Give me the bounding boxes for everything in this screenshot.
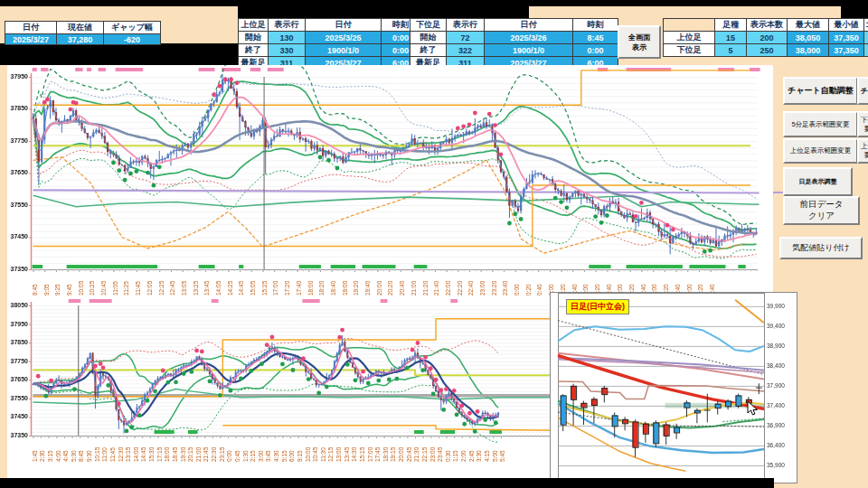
chart-daily-canvas (550, 292, 797, 483)
upper-timeframe-table: 上位足 表示行 日付 時刻 開始 130 2025/3/25 0:00 終了 3… (238, 18, 420, 70)
bar-count-header: 表示本数 (747, 19, 788, 32)
lower-timeframe-table: 下位足 表示行 日付 時刻 開始 72 2025/3/26 8:45 終了 32… (410, 18, 618, 70)
cell-value: 72 (447, 32, 485, 44)
cell-value: 38,050 (788, 32, 829, 44)
cell-value: 37,350 (829, 44, 864, 57)
mid-black-strip (238, 6, 529, 18)
cell-value: 1900/1/0 (485, 44, 573, 57)
cell-value: 330 (269, 44, 306, 57)
chart-auto-adjust-button-partial[interactable]: チャー (857, 77, 868, 105)
quote-summary-table: 日付 現在値 ギャップ幅 2025/3/27 37,280 -620 (5, 21, 161, 45)
date-col-header: 日付 (485, 19, 573, 32)
cell-value: 0:00 (573, 44, 618, 57)
date-header: 日付 (5, 22, 57, 34)
clear-previous-data-button[interactable]: 前日データ クリア (783, 196, 860, 225)
upper-tf-corner: 上位足 (239, 19, 269, 32)
cell-value: 250 (747, 44, 788, 57)
chart-settings-table: 足種 表示本数 最大値 最小値 コマ数 上位足 15 200 38,050 37… (663, 18, 868, 57)
empty-corner (664, 19, 715, 32)
paste-quote-button[interactable]: 気配値貼り付け (779, 237, 863, 259)
daily-display-adjust-button[interactable]: 日足表示調整 (783, 167, 853, 196)
chart-15min-canvas (7, 298, 556, 479)
bar-type-header: 足種 (715, 19, 747, 32)
row-label: 上位足 (664, 32, 715, 44)
min-header: 最小値 (829, 19, 864, 32)
cell-value: 1 (864, 32, 868, 44)
range-change-upper-button[interactable]: 上位足表示範囲変更 (783, 138, 858, 164)
current-price-value: 37,280 (57, 34, 104, 45)
cell-value: 130 (269, 32, 306, 44)
top-black-strip (0, 0, 868, 6)
cell-value: 2025/3/26 (485, 32, 573, 44)
max-header: 最大値 (788, 19, 829, 32)
row-label: 下位足 (664, 44, 715, 57)
cell-value: 200 (747, 32, 788, 44)
date-col-header: 日付 (306, 19, 382, 32)
mouse-cursor (747, 400, 761, 417)
row-label: 終了 (239, 44, 269, 57)
bottom-black-strip (0, 478, 774, 488)
topright-black-corner (841, 0, 868, 20)
range-change-5min-button-partial[interactable]: 下位 要 (857, 111, 868, 137)
chart-5min-canvas (7, 65, 773, 298)
date-value: 2025/3/27 (5, 34, 57, 45)
cell-value: 15 (715, 32, 747, 44)
gap-width-value: -620 (104, 34, 161, 45)
row-label: 終了 (410, 44, 447, 57)
range-change-5min-button[interactable]: 5分足表示範囲変更 (783, 111, 858, 137)
cell-value: 1900/1/0 (306, 44, 382, 57)
time-col-header: 時刻 (573, 19, 618, 32)
row-label: 開始 (239, 32, 269, 44)
chart-auto-adjust-button[interactable]: チャート自動調整 (783, 77, 858, 105)
trading-app-window: { "header": { "left_table": { "headers":… (0, 0, 868, 488)
lower-tf-corner: 下位足 (410, 19, 447, 32)
cell-value: 5 (715, 44, 747, 57)
current-price-header: 現在値 (57, 22, 104, 34)
fullscreen-button[interactable]: 全画面 表示 (618, 25, 661, 59)
cell-value: 2025/3/25 (306, 32, 382, 44)
row-label: 開始 (410, 32, 447, 44)
cell-value: 8:45 (573, 32, 618, 44)
cell-value: 37,350 (829, 32, 864, 44)
cell-value: 38,000 (788, 44, 829, 57)
koma-header: コマ数 (864, 19, 868, 32)
range-change-upper-button-partial[interactable]: 上位 要 (857, 138, 868, 164)
row-count-header: 表示行 (447, 19, 485, 32)
cell-value: 322 (447, 44, 485, 57)
row-count-header: 表示行 (269, 19, 306, 32)
left-black-gap (0, 43, 238, 65)
cell-value: 1 (864, 44, 868, 57)
daily-chart-title: 日足(日中立会) (566, 299, 629, 314)
gap-width-header: ギャップ幅 (104, 22, 161, 34)
